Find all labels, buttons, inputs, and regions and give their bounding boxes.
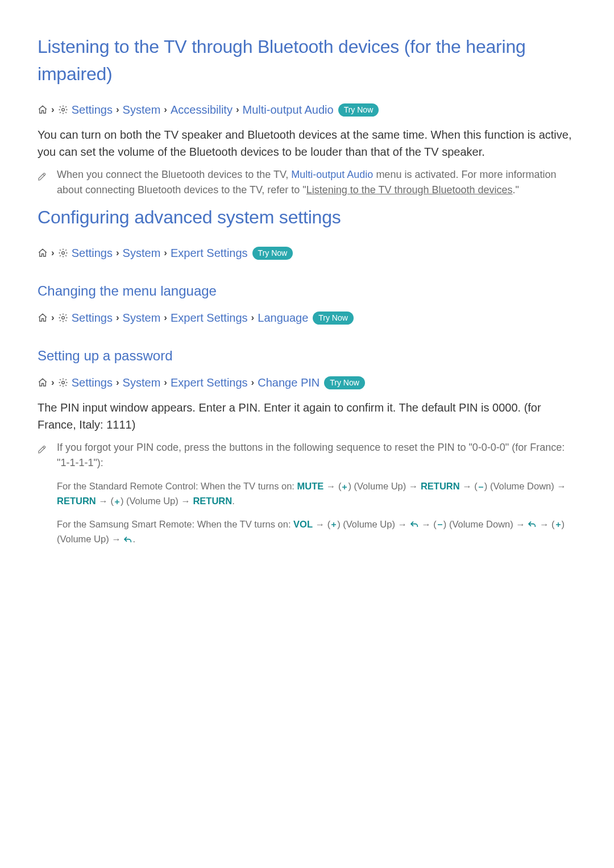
svg-point-1	[61, 252, 64, 255]
breadcrumb-item[interactable]: Settings	[72, 309, 113, 326]
note-text: If you forgot your PIN code, press the b…	[57, 440, 576, 550]
back-icon	[410, 520, 419, 529]
reference-link[interactable]: Listening to the TV through Bluetooth de…	[306, 184, 513, 196]
breadcrumb-changepin: › Settings › System › Expert Settings › …	[38, 374, 576, 391]
plus-icon	[555, 521, 562, 528]
breadcrumb-item[interactable]: Expert Settings	[171, 374, 248, 391]
svg-point-0	[61, 109, 64, 111]
home-icon	[38, 105, 48, 115]
gear-icon	[58, 248, 68, 258]
chevron-icon: ›	[251, 310, 255, 325]
pencil-icon	[38, 169, 47, 198]
pencil-note: When you connect the Bluetooth devices t…	[38, 167, 576, 198]
subsection-heading-password: Setting up a password	[38, 346, 576, 366]
breadcrumb-item[interactable]: Settings	[72, 374, 113, 391]
plus-icon	[341, 484, 348, 491]
breadcrumb-item[interactable]: Expert Settings	[171, 244, 248, 261]
chevron-icon: ›	[164, 102, 167, 117]
minus-icon	[478, 484, 484, 491]
gear-icon	[58, 313, 68, 323]
plus-icon	[114, 499, 121, 505]
breadcrumb-bluetooth: › Settings › System › Accessibility › Mu…	[38, 101, 576, 118]
chevron-icon: ›	[251, 375, 255, 390]
breadcrumb-item[interactable]: Language	[258, 309, 308, 326]
chevron-icon: ›	[164, 310, 167, 325]
breadcrumb-item[interactable]: Expert Settings	[171, 309, 248, 326]
svg-point-2	[61, 317, 64, 319]
breadcrumb-item[interactable]: System	[123, 244, 161, 261]
chevron-icon: ›	[116, 102, 119, 117]
back-icon	[528, 520, 537, 529]
breadcrumb-item[interactable]: Settings	[72, 244, 113, 261]
minus-icon	[437, 521, 443, 528]
breadcrumb-language: › Settings › System › Expert Settings › …	[38, 309, 576, 326]
breadcrumb-item[interactable]: System	[123, 309, 161, 326]
remote-sequence-smart: For the Samsung Smart Remote: When the T…	[57, 517, 576, 547]
plus-icon	[330, 521, 337, 528]
chevron-icon: ›	[51, 310, 55, 325]
body-text: You can turn on both the TV speaker and …	[38, 126, 576, 160]
subsection-heading-language: Changing the menu language	[38, 281, 576, 301]
breadcrumb-item[interactable]: Settings	[72, 101, 113, 118]
section-heading-bluetooth: Listening to the TV through Bluetooth de…	[38, 33, 576, 88]
section-heading-advanced: Configuring advanced system settings	[38, 203, 576, 231]
breadcrumb-item[interactable]: Accessibility	[171, 101, 233, 118]
body-text: The PIN input window appears. Enter a PI…	[38, 399, 576, 433]
chevron-icon: ›	[51, 102, 55, 117]
chevron-icon: ›	[236, 102, 239, 117]
try-now-badge[interactable]: Try Now	[324, 376, 365, 389]
home-icon	[38, 313, 48, 323]
gear-icon	[58, 105, 68, 115]
chevron-icon: ›	[51, 375, 55, 390]
back-icon	[123, 535, 132, 545]
try-now-badge[interactable]: Try Now	[252, 247, 293, 260]
breadcrumb-expert: › Settings › System › Expert Settings Tr…	[38, 244, 576, 261]
pencil-icon	[38, 442, 47, 550]
emphasis-multi-output: Multi-output Audio	[291, 169, 373, 180]
note-text: When you connect the Bluetooth devices t…	[57, 167, 576, 198]
gear-icon	[58, 377, 68, 388]
home-icon	[38, 377, 48, 388]
chevron-icon: ›	[116, 310, 119, 325]
pencil-note: If you forgot your PIN code, press the b…	[38, 440, 576, 550]
chevron-icon: ›	[164, 246, 167, 260]
remote-sequence-standard: For the Standard Remote Control: When th…	[57, 479, 576, 509]
svg-point-3	[61, 381, 64, 384]
try-now-badge[interactable]: Try Now	[313, 312, 354, 325]
breadcrumb-item[interactable]: System	[123, 374, 161, 391]
chevron-icon: ›	[116, 375, 119, 390]
breadcrumb-item[interactable]: Multi-output Audio	[243, 101, 334, 118]
chevron-icon: ›	[164, 375, 167, 390]
chevron-icon: ›	[51, 246, 55, 260]
chevron-icon: ›	[116, 246, 119, 260]
breadcrumb-item[interactable]: Change PIN	[258, 374, 320, 391]
try-now-badge[interactable]: Try Now	[338, 103, 379, 117]
breadcrumb-item[interactable]: System	[123, 101, 161, 118]
home-icon	[38, 248, 48, 258]
